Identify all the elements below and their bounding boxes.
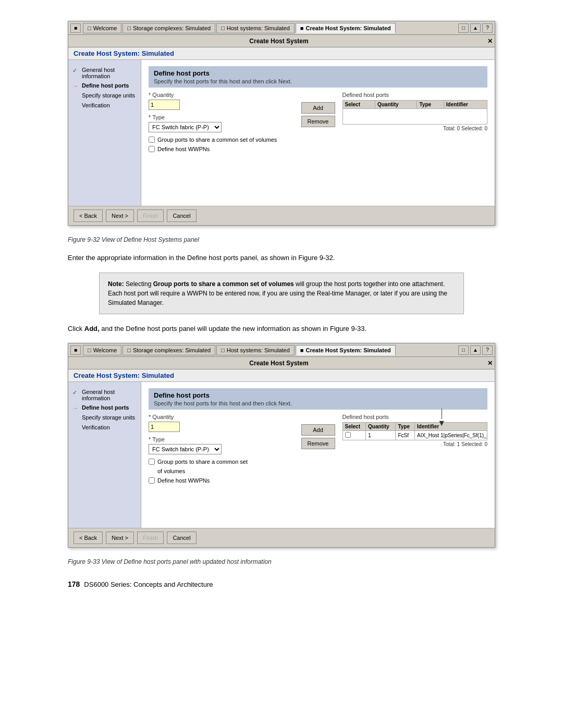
- row-quantity-33: 1: [366, 431, 396, 440]
- help-btn-33[interactable]: ?: [482, 346, 493, 355]
- dialog-footer-32: < Back Next > Finish Cancel: [68, 206, 495, 225]
- window-header-33: Create Host System: Simulated: [68, 369, 495, 382]
- tab-createhost-32[interactable]: ■ Create Host System: Simulated: [296, 23, 396, 33]
- add-btn-32[interactable]: Add: [301, 102, 335, 114]
- none-icon-32-3: [72, 103, 80, 109]
- define-wwpns-label-33: Define host WWPNs: [157, 477, 210, 484]
- page-content: ■ □ Welcome □ Storage complexes: Simulat…: [31, 21, 532, 588]
- titlebar-33: ■ □ Welcome □ Storage complexes: Simulat…: [68, 343, 495, 357]
- mid-controls-32: Add Remove: [301, 102, 335, 127]
- titlebar-32: ■ □ Welcome □ Storage complexes: Simulat…: [68, 21, 495, 35]
- wizard-step-specify-33: Specify storage units: [72, 413, 137, 423]
- note-label: Note:: [108, 280, 124, 288]
- back-btn-32[interactable]: < Back: [74, 209, 103, 222]
- section-subtitle-33: Specify the host ports for this host and…: [154, 400, 482, 406]
- quantity-input-33[interactable]: [149, 422, 180, 432]
- none-icon-33-2: [72, 415, 80, 421]
- arrow-annotation-33: ▼: [437, 409, 446, 427]
- cancel-btn-33[interactable]: Cancel: [167, 532, 196, 544]
- group-ports-continued-33: of volumes: [149, 468, 294, 474]
- nav-back-icon-33[interactable]: ■: [70, 346, 81, 355]
- doc-icon-32-3: ■: [300, 25, 304, 31]
- add-btn-33[interactable]: Add: [301, 424, 335, 436]
- type-label-33: * Type: [149, 436, 294, 442]
- type-select-32[interactable]: FC Switch fabric (P-P) FC Direct (P-P) i…: [149, 122, 222, 132]
- quantity-label-33: * Quantity: [149, 414, 294, 420]
- table-row-33: 1 FcSf AIX_Host 1|pSeries|Fc_Sf(1)_0: [342, 431, 487, 440]
- quantity-label-32: * Quantity: [149, 92, 294, 98]
- group-ports-checkbox-32[interactable]: [149, 137, 155, 143]
- define-wwpns-checkbox-33[interactable]: [149, 477, 155, 484]
- finish-btn-33[interactable]: Finish: [137, 532, 164, 544]
- restore-btn-33[interactable]: ▲: [470, 346, 481, 355]
- window-toolbar-32: Create Host System ✕: [68, 35, 495, 47]
- section-title-32: Define host ports: [154, 69, 482, 77]
- doc-icon-32-1: □: [127, 25, 131, 31]
- window-controls-32: □ ▲ ?: [458, 23, 493, 33]
- group-ports-row-32: Group ports to share a common set of vol…: [149, 137, 294, 143]
- row-checkbox-33[interactable]: [345, 432, 351, 438]
- tab-host-33[interactable]: □ Host systems: Simulated: [216, 345, 295, 355]
- minimize-btn-33[interactable]: □: [458, 346, 469, 355]
- define-wwpns-checkbox-32[interactable]: [149, 146, 155, 152]
- arrow-icon-32: →: [72, 83, 80, 89]
- nav-back-icon[interactable]: ■: [70, 23, 81, 33]
- dialog-body-33: ✓ General host information → Define host…: [68, 382, 495, 528]
- arrow-icon-33: →: [72, 405, 80, 411]
- defined-ports-label-32: Defined host ports: [342, 92, 488, 98]
- doc-icon-33-3: ■: [300, 347, 304, 353]
- window-header-title-32: Create Host System: Simulated: [74, 50, 489, 57]
- section-subtitle-32: Specify the host ports for this host and…: [154, 78, 482, 84]
- window-toolbar-33: Create Host System ✕: [68, 357, 495, 369]
- group-ports-checkbox-33[interactable]: [149, 459, 155, 465]
- body-text-2: Click Add, and the Define host ports pan…: [68, 324, 495, 334]
- minimize-btn-32[interactable]: □: [458, 23, 469, 33]
- wizard-main-32: Define host ports Specify the host ports…: [141, 60, 495, 206]
- toolbar-title-32: Create Host System: [70, 38, 487, 45]
- window-header-title-33: Create Host System: Simulated: [74, 372, 489, 379]
- tab-welcome-32[interactable]: □ Welcome: [83, 23, 121, 33]
- close-btn-33[interactable]: ✕: [487, 360, 493, 367]
- finish-btn-32[interactable]: Finish: [137, 209, 164, 222]
- close-btn-32[interactable]: ✕: [487, 38, 493, 45]
- form-inline-row-32: * Quantity * Type FC Switch fabric (P-P)…: [149, 92, 487, 155]
- restore-btn-32[interactable]: ▲: [470, 23, 481, 33]
- tab-createhost-33[interactable]: ■ Create Host System: Simulated: [296, 345, 396, 355]
- tab-host-32[interactable]: □ Host systems: Simulated: [216, 23, 295, 33]
- tab-welcome-33[interactable]: □ Welcome: [83, 345, 121, 355]
- ports-table-32: Select Quantity Type Identifier: [342, 100, 488, 125]
- col-quantity-32: Quantity: [375, 101, 417, 109]
- col-type-33: Type: [396, 423, 415, 431]
- doc-icon-32-0: □: [88, 25, 91, 31]
- type-select-33[interactable]: FC Switch fabric (P-P) FC Direct (P-P) i…: [149, 444, 222, 454]
- defined-ports-panel-33: Defined host ports ▼ Select Quantity: [342, 414, 488, 447]
- cancel-btn-32[interactable]: Cancel: [167, 209, 196, 222]
- next-btn-32[interactable]: Next >: [106, 209, 134, 222]
- doc-icon-33-1: □: [127, 347, 131, 353]
- remove-btn-32[interactable]: Remove: [301, 116, 335, 127]
- col-identifier-33: Identifier: [415, 423, 487, 431]
- back-btn-33[interactable]: < Back: [74, 532, 103, 544]
- type-label-32: * Type: [149, 114, 294, 120]
- group-ports-label-32: Group ports to share a common set of vol…: [157, 137, 277, 143]
- page-subtitle: DS6000 Series: Concepts and Architecture: [84, 581, 213, 588]
- tab-storage-33[interactable]: □ Storage complexes: Simulated: [123, 345, 215, 355]
- next-btn-33[interactable]: Next >: [106, 532, 134, 544]
- toolbar-title-33: Create Host System: [70, 360, 487, 367]
- quantity-input-32[interactable]: [149, 100, 180, 110]
- wizard-step-general-32: ✓ General host information: [72, 65, 137, 81]
- window-header-32: Create Host System: Simulated: [68, 47, 495, 60]
- remove-btn-33[interactable]: Remove: [301, 438, 335, 449]
- check-icon-32: ✓: [72, 67, 80, 74]
- section-header-33: Define host ports Specify the host ports…: [149, 388, 487, 410]
- figure-33-window: ■ □ Welcome □ Storage complexes: Simulat…: [68, 343, 495, 548]
- group-ports-label-33: Group ports to share a common set: [157, 459, 248, 465]
- dialog-footer-33: < Back Next > Finish Cancel: [68, 528, 495, 547]
- doc-icon-33-0: □: [88, 347, 91, 353]
- defined-ports-label-33: Defined host ports: [342, 414, 488, 420]
- tab-storage-32[interactable]: □ Storage complexes: Simulated: [123, 23, 215, 33]
- help-btn-32[interactable]: ?: [482, 23, 493, 33]
- wizard-step-specify-32: Specify storage units: [72, 91, 137, 101]
- wizard-sidebar-32: ✓ General host information → Define host…: [68, 60, 141, 206]
- section-header-32: Define host ports Specify the host ports…: [149, 66, 487, 88]
